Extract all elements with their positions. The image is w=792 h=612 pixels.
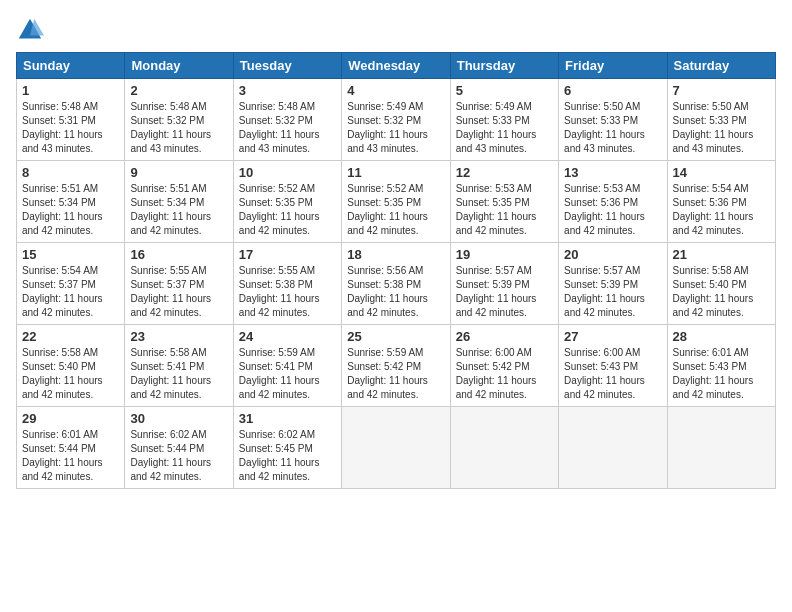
- calendar-week-3: 15 Sunrise: 5:54 AM Sunset: 5:37 PM Dayl…: [17, 243, 776, 325]
- table-row: 14 Sunrise: 5:54 AM Sunset: 5:36 PM Dayl…: [667, 161, 775, 243]
- day-info: Sunrise: 5:57 AM Sunset: 5:39 PM Dayligh…: [456, 264, 553, 320]
- day-info: Sunrise: 5:58 AM Sunset: 5:40 PM Dayligh…: [22, 346, 119, 402]
- table-row: 25 Sunrise: 5:59 AM Sunset: 5:42 PM Dayl…: [342, 325, 450, 407]
- table-row: 21 Sunrise: 5:58 AM Sunset: 5:40 PM Dayl…: [667, 243, 775, 325]
- table-row: [667, 407, 775, 489]
- day-number: 1: [22, 83, 119, 98]
- day-info: Sunrise: 5:55 AM Sunset: 5:37 PM Dayligh…: [130, 264, 227, 320]
- day-info: Sunrise: 5:59 AM Sunset: 5:42 PM Dayligh…: [347, 346, 444, 402]
- day-number: 10: [239, 165, 336, 180]
- table-row: 23 Sunrise: 5:58 AM Sunset: 5:41 PM Dayl…: [125, 325, 233, 407]
- header-friday: Friday: [559, 53, 667, 79]
- header-wednesday: Wednesday: [342, 53, 450, 79]
- table-row: 17 Sunrise: 5:55 AM Sunset: 5:38 PM Dayl…: [233, 243, 341, 325]
- table-row: 13 Sunrise: 5:53 AM Sunset: 5:36 PM Dayl…: [559, 161, 667, 243]
- table-row: 10 Sunrise: 5:52 AM Sunset: 5:35 PM Dayl…: [233, 161, 341, 243]
- day-number: 16: [130, 247, 227, 262]
- calendar-table: Sunday Monday Tuesday Wednesday Thursday…: [16, 52, 776, 489]
- day-number: 4: [347, 83, 444, 98]
- table-row: 18 Sunrise: 5:56 AM Sunset: 5:38 PM Dayl…: [342, 243, 450, 325]
- table-row: 28 Sunrise: 6:01 AM Sunset: 5:43 PM Dayl…: [667, 325, 775, 407]
- day-info: Sunrise: 5:54 AM Sunset: 5:36 PM Dayligh…: [673, 182, 770, 238]
- day-number: 20: [564, 247, 661, 262]
- day-number: 24: [239, 329, 336, 344]
- table-row: 20 Sunrise: 5:57 AM Sunset: 5:39 PM Dayl…: [559, 243, 667, 325]
- table-row: 8 Sunrise: 5:51 AM Sunset: 5:34 PM Dayli…: [17, 161, 125, 243]
- day-info: Sunrise: 5:57 AM Sunset: 5:39 PM Dayligh…: [564, 264, 661, 320]
- day-info: Sunrise: 5:53 AM Sunset: 5:35 PM Dayligh…: [456, 182, 553, 238]
- day-info: Sunrise: 5:54 AM Sunset: 5:37 PM Dayligh…: [22, 264, 119, 320]
- day-number: 8: [22, 165, 119, 180]
- table-row: 31 Sunrise: 6:02 AM Sunset: 5:45 PM Dayl…: [233, 407, 341, 489]
- logo: [16, 16, 48, 44]
- calendar-week-2: 8 Sunrise: 5:51 AM Sunset: 5:34 PM Dayli…: [17, 161, 776, 243]
- table-row: 24 Sunrise: 5:59 AM Sunset: 5:41 PM Dayl…: [233, 325, 341, 407]
- day-number: 6: [564, 83, 661, 98]
- table-row: 7 Sunrise: 5:50 AM Sunset: 5:33 PM Dayli…: [667, 79, 775, 161]
- day-info: Sunrise: 5:50 AM Sunset: 5:33 PM Dayligh…: [673, 100, 770, 156]
- day-number: 11: [347, 165, 444, 180]
- calendar-week-4: 22 Sunrise: 5:58 AM Sunset: 5:40 PM Dayl…: [17, 325, 776, 407]
- day-number: 27: [564, 329, 661, 344]
- day-number: 7: [673, 83, 770, 98]
- day-number: 23: [130, 329, 227, 344]
- table-row: 19 Sunrise: 5:57 AM Sunset: 5:39 PM Dayl…: [450, 243, 558, 325]
- day-number: 18: [347, 247, 444, 262]
- header-tuesday: Tuesday: [233, 53, 341, 79]
- calendar-week-5: 29 Sunrise: 6:01 AM Sunset: 5:44 PM Dayl…: [17, 407, 776, 489]
- header-saturday: Saturday: [667, 53, 775, 79]
- table-row: 9 Sunrise: 5:51 AM Sunset: 5:34 PM Dayli…: [125, 161, 233, 243]
- day-info: Sunrise: 5:51 AM Sunset: 5:34 PM Dayligh…: [22, 182, 119, 238]
- day-info: Sunrise: 5:53 AM Sunset: 5:36 PM Dayligh…: [564, 182, 661, 238]
- day-info: Sunrise: 5:48 AM Sunset: 5:32 PM Dayligh…: [239, 100, 336, 156]
- table-row: 26 Sunrise: 6:00 AM Sunset: 5:42 PM Dayl…: [450, 325, 558, 407]
- table-row: 15 Sunrise: 5:54 AM Sunset: 5:37 PM Dayl…: [17, 243, 125, 325]
- day-info: Sunrise: 5:58 AM Sunset: 5:41 PM Dayligh…: [130, 346, 227, 402]
- day-info: Sunrise: 5:52 AM Sunset: 5:35 PM Dayligh…: [347, 182, 444, 238]
- table-row: 16 Sunrise: 5:55 AM Sunset: 5:37 PM Dayl…: [125, 243, 233, 325]
- day-number: 13: [564, 165, 661, 180]
- weekday-header-row: Sunday Monday Tuesday Wednesday Thursday…: [17, 53, 776, 79]
- calendar-week-1: 1 Sunrise: 5:48 AM Sunset: 5:31 PM Dayli…: [17, 79, 776, 161]
- table-row: 5 Sunrise: 5:49 AM Sunset: 5:33 PM Dayli…: [450, 79, 558, 161]
- day-number: 9: [130, 165, 227, 180]
- table-row: 2 Sunrise: 5:48 AM Sunset: 5:32 PM Dayli…: [125, 79, 233, 161]
- day-number: 31: [239, 411, 336, 426]
- table-row: 11 Sunrise: 5:52 AM Sunset: 5:35 PM Dayl…: [342, 161, 450, 243]
- day-number: 26: [456, 329, 553, 344]
- day-number: 22: [22, 329, 119, 344]
- day-number: 15: [22, 247, 119, 262]
- table-row: 30 Sunrise: 6:02 AM Sunset: 5:44 PM Dayl…: [125, 407, 233, 489]
- header-thursday: Thursday: [450, 53, 558, 79]
- table-row: 1 Sunrise: 5:48 AM Sunset: 5:31 PM Dayli…: [17, 79, 125, 161]
- page-header: [16, 16, 776, 44]
- day-number: 25: [347, 329, 444, 344]
- day-info: Sunrise: 5:52 AM Sunset: 5:35 PM Dayligh…: [239, 182, 336, 238]
- day-info: Sunrise: 5:56 AM Sunset: 5:38 PM Dayligh…: [347, 264, 444, 320]
- day-number: 5: [456, 83, 553, 98]
- day-info: Sunrise: 5:48 AM Sunset: 5:31 PM Dayligh…: [22, 100, 119, 156]
- day-info: Sunrise: 6:02 AM Sunset: 5:45 PM Dayligh…: [239, 428, 336, 484]
- day-info: Sunrise: 6:00 AM Sunset: 5:42 PM Dayligh…: [456, 346, 553, 402]
- day-info: Sunrise: 5:49 AM Sunset: 5:32 PM Dayligh…: [347, 100, 444, 156]
- day-number: 17: [239, 247, 336, 262]
- day-info: Sunrise: 5:50 AM Sunset: 5:33 PM Dayligh…: [564, 100, 661, 156]
- day-info: Sunrise: 5:55 AM Sunset: 5:38 PM Dayligh…: [239, 264, 336, 320]
- day-info: Sunrise: 5:58 AM Sunset: 5:40 PM Dayligh…: [673, 264, 770, 320]
- day-info: Sunrise: 5:49 AM Sunset: 5:33 PM Dayligh…: [456, 100, 553, 156]
- logo-icon: [16, 16, 44, 44]
- table-row: [559, 407, 667, 489]
- table-row: 6 Sunrise: 5:50 AM Sunset: 5:33 PM Dayli…: [559, 79, 667, 161]
- day-number: 3: [239, 83, 336, 98]
- day-info: Sunrise: 6:02 AM Sunset: 5:44 PM Dayligh…: [130, 428, 227, 484]
- table-row: 22 Sunrise: 5:58 AM Sunset: 5:40 PM Dayl…: [17, 325, 125, 407]
- day-info: Sunrise: 6:01 AM Sunset: 5:44 PM Dayligh…: [22, 428, 119, 484]
- day-number: 28: [673, 329, 770, 344]
- table-row: 29 Sunrise: 6:01 AM Sunset: 5:44 PM Dayl…: [17, 407, 125, 489]
- day-info: Sunrise: 6:01 AM Sunset: 5:43 PM Dayligh…: [673, 346, 770, 402]
- day-number: 2: [130, 83, 227, 98]
- day-info: Sunrise: 5:51 AM Sunset: 5:34 PM Dayligh…: [130, 182, 227, 238]
- table-row: 27 Sunrise: 6:00 AM Sunset: 5:43 PM Dayl…: [559, 325, 667, 407]
- header-sunday: Sunday: [17, 53, 125, 79]
- day-number: 19: [456, 247, 553, 262]
